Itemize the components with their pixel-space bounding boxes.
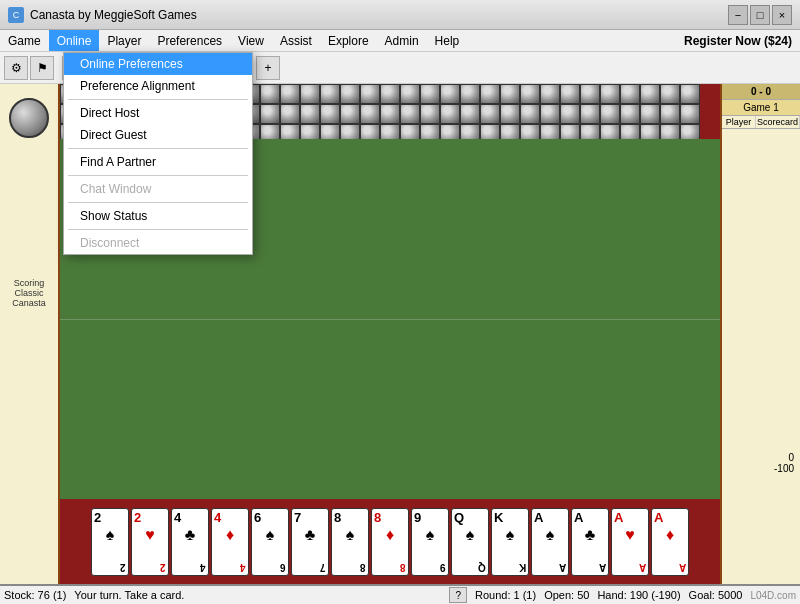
hand-card-2[interactable]: 4♣4 [171,508,209,576]
score-value-2: -100 [774,463,794,474]
menu-help[interactable]: Help [427,30,468,51]
hand-card-1[interactable]: 2♥2 [131,508,169,576]
hand-card-4[interactable]: 6♠6 [251,508,289,576]
menu-item-preference-alignment[interactable]: Preference Alignment [64,75,252,97]
watermark-text: L04D.com [750,590,796,601]
turn-message: Your turn. Take a card. [74,589,441,601]
register-now-label[interactable]: Register Now ($24) [684,34,792,48]
hand-card-8[interactable]: 9♠9 [411,508,449,576]
minimize-button[interactable]: − [728,5,748,25]
menu-item-direct-host[interactable]: Direct Host [64,102,252,124]
left-score-panel: ScoringClassicCanasta [0,84,60,584]
score-header: 0 - 0 [722,84,800,100]
toolbar-btn-10[interactable]: + [256,56,280,80]
menu-view[interactable]: View [230,30,272,51]
scorecard-col-label: Scorecard [756,116,800,128]
menu-online[interactable]: Online [49,30,100,51]
hand-card-11[interactable]: A♠A [531,508,569,576]
player-hand-area: 2♠22♥24♣44♦46♠67♣78♠88♦89♠9Q♠QK♠KA♠AA♣AA… [60,499,720,584]
window-controls: − □ × [728,5,792,25]
hand-card-5[interactable]: 7♣7 [291,508,329,576]
window-title: Canasta by MeggieSoft Games [30,8,728,22]
score-value-1: 0 [774,452,794,463]
open-info: Open: 50 [544,589,589,601]
menu-preferences[interactable]: Preferences [149,30,230,51]
status-bar: Stock: 76 (1) Your turn. Take a card. ? … [0,584,800,604]
menu-explore[interactable]: Explore [320,30,377,51]
score-columns: Player Scorecard [722,116,800,129]
stock-info: Stock: 76 (1) [4,589,66,601]
menu-player[interactable]: Player [99,30,149,51]
goal-info: Goal: 5000 [689,589,743,601]
hand-card-0[interactable]: 2♠2 [91,508,129,576]
right-score-panel: 0 - 0 Game 1 Player Scorecard 0 -100 [720,84,800,584]
hand-card-6[interactable]: 8♠8 [331,508,369,576]
hand-card-14[interactable]: A♦A [651,508,689,576]
hand-card-9[interactable]: Q♠Q [451,508,489,576]
menu-game[interactable]: Game [0,30,49,51]
toolbar-btn-2[interactable]: ⚑ [30,56,54,80]
menu-item-online-preferences[interactable]: Online Preferences [64,53,252,75]
player-col-label: Player [722,116,756,128]
menu-bar: Game Online Player Preferences View Assi… [0,30,800,52]
scoring-label: ScoringClassicCanasta [12,278,46,308]
title-bar: C Canasta by MeggieSoft Games − □ × [0,0,800,30]
hand-card-3[interactable]: 4♦4 [211,508,249,576]
menu-item-chat-window: Chat Window [64,178,252,200]
menu-assist[interactable]: Assist [272,30,320,51]
menu-item-find-partner[interactable]: Find A Partner [64,151,252,173]
menu-item-show-status[interactable]: Show Status [64,205,252,227]
online-context-menu: Online Preferences Preference Alignment … [63,52,253,255]
hand-info: Hand: 190 (-190) [597,589,680,601]
round-info: Round: 1 (1) [475,589,536,601]
hand-card-13[interactable]: A♥A [611,508,649,576]
app-icon: C [8,7,24,23]
game-label: Game 1 [722,100,800,116]
menu-item-disconnect: Disconnect [64,232,252,254]
help-button[interactable]: ? [449,587,467,603]
hand-card-7[interactable]: 8♦8 [371,508,409,576]
hand-card-12[interactable]: A♣A [571,508,609,576]
center-line [60,319,720,320]
maximize-button[interactable]: □ [750,5,770,25]
toolbar-btn-1[interactable]: ⚙ [4,56,28,80]
menu-item-direct-guest[interactable]: Direct Guest [64,124,252,146]
close-button[interactable]: × [772,5,792,25]
menu-admin[interactable]: Admin [377,30,427,51]
hand-card-10[interactable]: K♠K [491,508,529,576]
